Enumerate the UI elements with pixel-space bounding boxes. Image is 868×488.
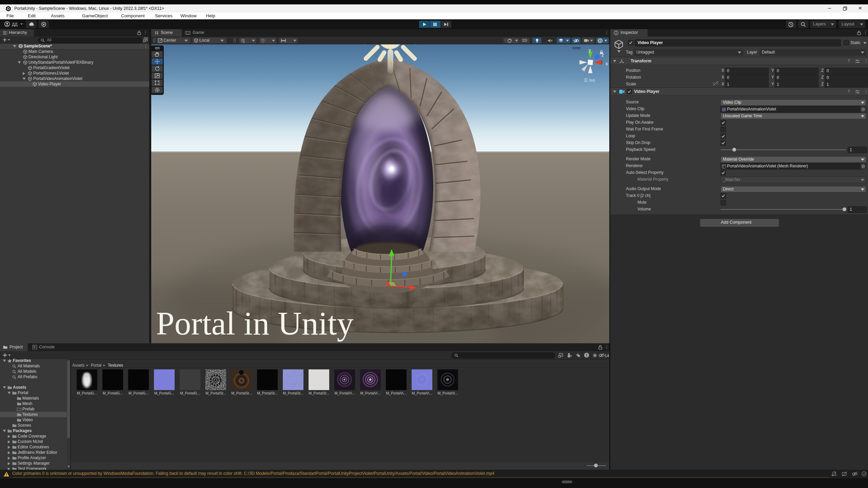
svg-text:ДД: ДД [12,22,17,27]
svg-text:y: y [589,47,591,53]
svg-text:y: y [243,41,245,43]
svg-text:x: x [606,61,608,66]
svg-text:Portal in Unity: Portal in Unity [156,305,354,342]
